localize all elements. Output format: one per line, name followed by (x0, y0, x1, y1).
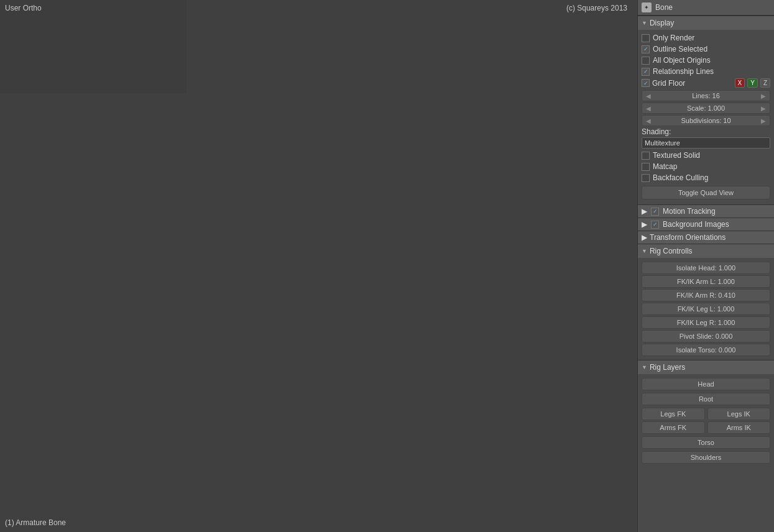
fk-ik-arm-r-slider[interactable]: FK/IK Arm R: 0.410 (642, 289, 770, 301)
rig-controlls-label: Rig Controlls (650, 247, 693, 255)
pivot-slide-slider[interactable]: Pivot Slide: 0.000 (642, 330, 770, 342)
outline-selected-checkbox[interactable] (642, 45, 650, 53)
relationship-lines-checkbox[interactable] (642, 68, 650, 76)
scale-slider[interactable]: ◀ Scale: 1.000 ▶ (642, 103, 770, 114)
grid-canvas: X Y Z (0, 0, 187, 93)
background-images-header[interactable]: ▶ Background Images (638, 218, 774, 231)
scale-left-arrow: ◀ (646, 105, 651, 112)
subdivisions-right-arrow: ▶ (761, 117, 766, 124)
transform-orientations-arrow: ▶ (642, 233, 647, 242)
grid-floor-label: Grid Floor (652, 79, 732, 88)
motion-tracking-header[interactable]: ▶ Motion Tracking (638, 204, 774, 218)
all-object-origins-checkbox[interactable] (642, 57, 650, 65)
subdivisions-left-arrow: ◀ (646, 117, 651, 124)
rig-layers-arrow: ▼ (642, 364, 647, 370)
scale-value: Scale: 1.000 (651, 104, 761, 112)
background-images-arrow: ▶ (642, 220, 647, 229)
background-images-checkbox[interactable] (651, 221, 659, 229)
rig-layers-label: Rig Layers (650, 363, 685, 372)
shading-dropdown-row[interactable]: Multitexture GLSL Solid (642, 137, 770, 149)
textured-solid-row[interactable]: Textured Solid (642, 150, 770, 161)
outline-selected-label: Outline Selected (653, 45, 707, 53)
textured-solid-label: Textured Solid (653, 151, 700, 160)
scale-right-arrow: ▶ (761, 105, 766, 112)
only-render-checkbox[interactable] (642, 34, 650, 42)
panel-header: ✦ Bone (638, 0, 774, 16)
motion-tracking-checkbox[interactable] (651, 208, 659, 216)
root-layer-button[interactable]: Root (642, 393, 770, 405)
svg-rect-0 (0, 0, 187, 93)
viewport[interactable]: User Ortho (c) Squareys 2013 (0, 0, 637, 532)
rig-layers-header[interactable]: ▼ Rig Layers (638, 360, 774, 374)
legs-ik-button[interactable]: Legs IK (707, 408, 771, 420)
shading-select[interactable]: Multitexture GLSL Solid (642, 137, 770, 149)
viewport-status: (1) Armature Bone (5, 518, 66, 527)
transform-orientations-label: Transform Orientations (650, 233, 726, 242)
rig-controlls-content: Isolate Head: 1.000 FK/IK Arm L: 1.000 F… (638, 258, 774, 360)
head-layer-button[interactable]: Head (642, 378, 770, 390)
legs-fk-button[interactable]: Legs FK (642, 408, 705, 420)
lines-left-arrow: ◀ (646, 93, 651, 99)
grid-z-button[interactable]: Z (760, 78, 770, 88)
torso-layer-button[interactable]: Torso (642, 436, 770, 449)
relationship-lines-row[interactable]: Relationship Lines (642, 66, 770, 77)
subdivisions-slider[interactable]: ◀ Subdivisions: 10 ▶ (642, 115, 770, 126)
only-render-row[interactable]: Only Render (642, 32, 770, 44)
lines-right-arrow: ▶ (761, 93, 766, 99)
toggle-quad-view-button[interactable]: Toggle Quad View (642, 186, 770, 200)
shading-label: Shading: (642, 127, 671, 136)
all-object-origins-row[interactable]: All Object Origins (642, 55, 770, 66)
textured-solid-checkbox[interactable] (642, 152, 650, 160)
matcap-row[interactable]: Matcap (642, 161, 770, 172)
backface-culling-row[interactable]: Backface Culling (642, 172, 770, 183)
backface-culling-checkbox[interactable] (642, 174, 650, 182)
rig-controlls-arrow: ▼ (642, 248, 647, 254)
relationship-lines-label: Relationship Lines (653, 67, 714, 76)
grid-floor-checkbox[interactable] (642, 79, 650, 87)
shading-label-row: Shading: (642, 127, 770, 136)
display-label: Display (650, 19, 674, 27)
arms-fk-button[interactable]: Arms FK (642, 421, 705, 434)
viewport-copyright: (c) Squareys 2013 (566, 4, 627, 12)
motion-tracking-arrow: ▶ (642, 207, 647, 216)
background-images-label: Background Images (663, 220, 729, 229)
rig-layers-content: Head Root Legs FK Legs IK Arms FK Arms I… (638, 374, 774, 467)
transform-orientations-header[interactable]: ▶ Transform Orientations (638, 231, 774, 244)
isolate-head-slider[interactable]: Isolate Head: 1.000 (642, 262, 770, 274)
all-object-origins-label: All Object Origins (653, 56, 711, 65)
display-section-header[interactable]: ▼ Display (638, 16, 774, 30)
arms-ik-button[interactable]: Arms IK (707, 421, 771, 434)
grid-x-button[interactable]: X (735, 78, 745, 88)
grid-y-button[interactable]: Y (747, 78, 758, 88)
lines-slider[interactable]: ◀ Lines: 16 ▶ (642, 90, 770, 101)
only-render-label: Only Render (653, 34, 694, 42)
viewport-label: User Ortho (5, 4, 42, 12)
rig-controlls-header[interactable]: ▼ Rig Controlls (638, 244, 774, 258)
matcap-label: Matcap (653, 162, 677, 171)
bone-icon: ✦ (642, 2, 652, 12)
isolate-torso-slider[interactable]: Isolate Torso: 0.000 (642, 344, 770, 356)
panel-title: Bone (655, 3, 673, 12)
display-arrow: ▼ (642, 20, 647, 26)
fk-ik-arm-l-slider[interactable]: FK/IK Arm L: 1.000 (642, 275, 770, 288)
legs-layer-row: Legs FK Legs IK (642, 408, 770, 420)
fk-ik-leg-r-slider[interactable]: FK/IK Leg R: 1.000 (642, 316, 770, 329)
shoulders-layer-button[interactable]: Shoulders (642, 451, 770, 464)
lines-value: Lines: 16 (651, 92, 761, 99)
outline-selected-row[interactable]: Outline Selected (642, 44, 770, 55)
right-panel: ✦ Bone ▼ Display Only Render Outline Sel… (637, 0, 774, 532)
fk-ik-leg-l-slider[interactable]: FK/IK Leg L: 1.000 (642, 303, 770, 315)
motion-tracking-label: Motion Tracking (663, 207, 716, 216)
subdivisions-value: Subdivisions: 10 (651, 117, 761, 124)
display-section-content: Only Render Outline Selected All Object … (638, 30, 774, 204)
grid-floor-row[interactable]: Grid Floor X Y Z (642, 77, 770, 89)
arms-layer-row: Arms FK Arms IK (642, 421, 770, 434)
backface-culling-label: Backface Culling (653, 173, 708, 182)
matcap-checkbox[interactable] (642, 163, 650, 171)
